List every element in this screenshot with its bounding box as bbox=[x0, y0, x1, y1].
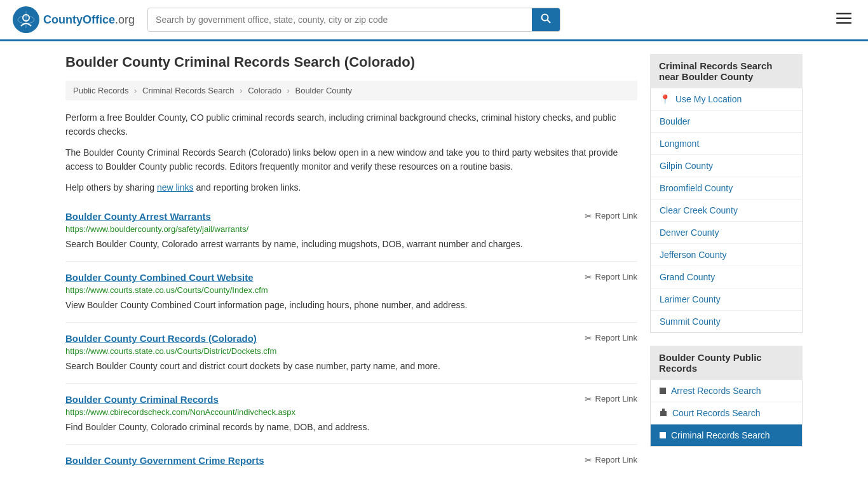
public-records-header: Boulder County Public Records bbox=[650, 346, 803, 380]
record-entry: Boulder County Court Records (Colorado) … bbox=[65, 323, 637, 384]
record-desc: Find Boulder County, Colorado criminal r… bbox=[65, 421, 637, 434]
report-link-icon: ✂ bbox=[585, 211, 592, 221]
record-title-link[interactable]: Boulder County Combined Court Website bbox=[65, 272, 254, 283]
nearby-section-header: Criminal Records Search near Boulder Cou… bbox=[650, 54, 803, 88]
report-link[interactable]: ✂ Report Link bbox=[585, 333, 637, 343]
report-link[interactable]: ✂ Report Link bbox=[585, 394, 637, 404]
record-title-link[interactable]: Boulder County Criminal Records bbox=[65, 394, 219, 405]
breadcrumb: Public Records › Criminal Records Search… bbox=[65, 81, 637, 100]
report-link[interactable]: ✂ Report Link bbox=[585, 211, 637, 221]
hamburger-menu-button[interactable] bbox=[832, 8, 855, 32]
public-records-links: Arrest Records SearchCourt Records Searc… bbox=[650, 380, 803, 447]
nearby-link-item[interactable]: Boulder bbox=[651, 111, 802, 133]
description-1: Perform a free Boulder County, CO public… bbox=[65, 111, 637, 139]
record-title-link[interactable]: Boulder County Government Crime Reports bbox=[65, 455, 264, 466]
record-desc: View Boulder County Combined Court infor… bbox=[65, 299, 637, 312]
svg-rect-9 bbox=[660, 388, 666, 394]
logo-icon bbox=[13, 6, 39, 33]
svg-rect-12 bbox=[660, 432, 666, 438]
report-link-label: Report Link bbox=[595, 394, 637, 403]
record-header: Boulder County Arrest Warrants ✂ Report … bbox=[65, 211, 637, 222]
square-icon bbox=[660, 386, 666, 396]
record-desc: Search Boulder County court and district… bbox=[65, 360, 637, 373]
nearby-link-item[interactable]: Clear Creek County bbox=[651, 200, 802, 222]
record-url: https://www.courts.state.co.us/Courts/Di… bbox=[65, 346, 637, 356]
description-2: The Boulder County Criminal Records Sear… bbox=[65, 146, 637, 174]
logo-text: CountyOffice.org bbox=[43, 13, 135, 27]
square-icon bbox=[660, 431, 666, 440]
sidebar: Criminal Records Search near Boulder Cou… bbox=[650, 54, 803, 478]
record-header: Boulder County Government Crime Reports … bbox=[65, 455, 637, 466]
record-entry: Boulder County Arrest Warrants ✂ Report … bbox=[65, 201, 637, 262]
svg-rect-11 bbox=[662, 409, 665, 411]
public-records-link-label: Arrest Records Search bbox=[671, 386, 761, 396]
record-header: Boulder County Court Records (Colorado) … bbox=[65, 333, 637, 344]
svg-rect-6 bbox=[836, 13, 851, 15]
nearby-link-item[interactable]: Grand County bbox=[651, 266, 802, 288]
nearby-link-item[interactable]: Denver County bbox=[651, 222, 802, 244]
breadcrumb-boulder-county[interactable]: Boulder County bbox=[295, 86, 352, 95]
nearby-links: 📍 Use My Location BoulderLongmontGilpin … bbox=[650, 88, 803, 333]
records-list: Boulder County Arrest Warrants ✂ Report … bbox=[65, 201, 637, 478]
record-title-link[interactable]: Boulder County Arrest Warrants bbox=[65, 211, 211, 222]
svg-point-4 bbox=[542, 15, 548, 21]
record-url: https://www.courts.state.co.us/Courts/Co… bbox=[65, 285, 637, 295]
search-input[interactable] bbox=[148, 10, 532, 30]
svg-rect-8 bbox=[836, 22, 851, 24]
record-header: Boulder County Criminal Records ✂ Report… bbox=[65, 394, 637, 405]
content-area: Boulder County Criminal Records Search (… bbox=[65, 54, 637, 478]
nearby-link-item[interactable]: Gilpin County bbox=[651, 155, 802, 177]
record-url: https://www.cbirecordscheck.com/NonAccou… bbox=[65, 407, 637, 417]
breadcrumb-colorado[interactable]: Colorado bbox=[248, 86, 281, 95]
record-desc: Search Boulder County, Colorado arrest w… bbox=[65, 238, 637, 251]
record-url: https://www.bouldercounty.org/safety/jai… bbox=[65, 224, 637, 234]
svg-rect-10 bbox=[660, 411, 667, 416]
nearby-section: Criminal Records Search near Boulder Cou… bbox=[650, 54, 803, 333]
public-records-link-label: Criminal Records Search bbox=[671, 430, 770, 440]
public-records-link-item[interactable]: Arrest Records Search bbox=[651, 380, 802, 402]
report-link-icon: ✂ bbox=[585, 455, 592, 465]
report-link-icon: ✂ bbox=[585, 333, 592, 343]
report-link[interactable]: ✂ Report Link bbox=[585, 455, 637, 465]
report-link-icon: ✂ bbox=[585, 394, 592, 404]
nearby-link-item[interactable]: Summit County bbox=[651, 311, 802, 332]
description-3: Help others by sharing new links and rep… bbox=[65, 180, 637, 194]
new-links-link[interactable]: new links bbox=[157, 182, 194, 193]
report-link-label: Report Link bbox=[595, 333, 637, 342]
record-entry: Boulder County Government Crime Reports … bbox=[65, 445, 637, 478]
report-link[interactable]: ✂ Report Link bbox=[585, 272, 637, 282]
building-icon bbox=[660, 409, 667, 418]
page-title: Boulder County Criminal Records Search (… bbox=[65, 54, 637, 71]
nearby-link-item[interactable]: Larimer County bbox=[651, 288, 802, 311]
public-records-link-label: Court Records Search bbox=[672, 408, 761, 418]
nearby-link-item[interactable]: Jefferson County bbox=[651, 244, 802, 266]
public-records-link-item[interactable]: Criminal Records Search bbox=[651, 424, 802, 446]
report-link-icon: ✂ bbox=[585, 272, 592, 282]
record-header: Boulder County Combined Court Website ✂ … bbox=[65, 272, 637, 283]
use-my-location-link[interactable]: 📍 Use My Location bbox=[651, 88, 802, 111]
public-records-link-item[interactable]: Court Records Search bbox=[651, 402, 802, 424]
search-button[interactable] bbox=[532, 8, 560, 31]
record-entry: Boulder County Combined Court Website ✂ … bbox=[65, 262, 637, 323]
report-link-label: Report Link bbox=[595, 272, 637, 281]
record-title-link[interactable]: Boulder County Court Records (Colorado) bbox=[65, 333, 257, 344]
logo-link[interactable]: CountyOffice.org bbox=[13, 6, 135, 33]
record-entry: Boulder County Criminal Records ✂ Report… bbox=[65, 384, 637, 445]
breadcrumb-public-records[interactable]: Public Records bbox=[73, 86, 128, 95]
public-records-section: Boulder County Public Records Arrest Rec… bbox=[650, 346, 803, 447]
nearby-link-item[interactable]: Broomfield County bbox=[651, 177, 802, 200]
location-icon: 📍 bbox=[660, 94, 670, 104]
report-link-label: Report Link bbox=[595, 211, 637, 220]
svg-rect-7 bbox=[836, 18, 851, 20]
site-header: CountyOffice.org bbox=[0, 0, 868, 41]
main-container: Boulder County Criminal Records Search (… bbox=[53, 41, 815, 488]
report-link-label: Report Link bbox=[595, 455, 637, 464]
search-bar bbox=[147, 8, 560, 32]
breadcrumb-criminal-records-search[interactable]: Criminal Records Search bbox=[142, 86, 234, 95]
svg-line-5 bbox=[548, 20, 551, 24]
nearby-link-item[interactable]: Longmont bbox=[651, 133, 802, 155]
